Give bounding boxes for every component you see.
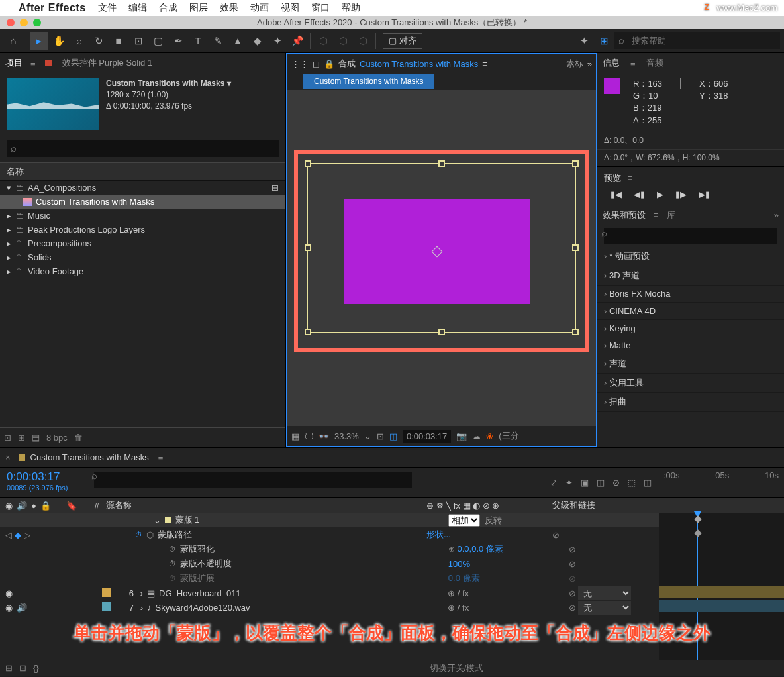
solo-column-icon[interactable]: ● [31, 501, 36, 511]
panel-expand-icon[interactable]: » [587, 59, 592, 69]
folder-music[interactable]: ▸🗀Music [0, 209, 285, 223]
eraser-tool[interactable]: ◆ [248, 32, 267, 50]
zoom-tool[interactable]: ⌕ [70, 32, 88, 50]
timeline-tracks[interactable] [659, 513, 784, 660]
bpc-label[interactable]: 8 bpc [46, 433, 68, 443]
effect-category[interactable]: Boris FX Mocha [597, 286, 784, 303]
first-frame-button[interactable]: ▮◀ [611, 189, 622, 199]
effects-presets-tab[interactable]: 效果和预设 [603, 209, 646, 221]
selection-tool[interactable]: ▸ [30, 32, 48, 50]
folder-precompositions[interactable]: ▸🗀Precompositions [0, 236, 285, 250]
color-mgmt-icon[interactable]: ❀ [486, 431, 493, 441]
mask-opacity-row[interactable]: ⏱蒙版不透明度 100% ⊘ [0, 556, 659, 571]
info-panel-menu-icon[interactable]: ≡ [630, 58, 636, 68]
clone-tool[interactable]: ▲ [228, 32, 247, 50]
mask-handle[interactable] [572, 244, 579, 251]
folder-solids[interactable]: ▸🗀Solids [0, 250, 285, 264]
stopwatch-icon[interactable]: ⏱ [169, 574, 176, 582]
menu-window[interactable]: 窗口 [311, 2, 330, 14]
mask-row[interactable]: ⌄蒙版 1 相加 反转 [0, 513, 659, 527]
effect-category[interactable]: CINEMA 4D [597, 303, 784, 320]
panel-grip-icon[interactable]: ⋮⋮ [291, 59, 309, 69]
comp-breadcrumb[interactable]: Custom Transitions with Masks [303, 74, 434, 89]
visibility-toggle[interactable]: ◉ [5, 603, 13, 613]
mask-handle[interactable] [438, 329, 445, 335]
mask-path-row[interactable]: ◁◆▷ ⏱⬡蒙版路径 形状... ⊘ [0, 527, 659, 542]
tl-tool-6[interactable]: ⬚ [628, 478, 636, 488]
menu-view[interactable]: 视图 [281, 2, 299, 14]
menu-effect[interactable]: 效果 [220, 2, 238, 14]
tl-tool-3[interactable]: ▣ [581, 478, 589, 488]
audio-toggle[interactable]: 🔊 [17, 603, 27, 613]
layer-bar[interactable] [659, 600, 784, 612]
tl-footer-icon-2[interactable]: ⊡ [19, 663, 26, 673]
menu-help[interactable]: 帮助 [342, 2, 360, 14]
composition-viewer[interactable] [287, 90, 596, 426]
timeline-tab[interactable]: Custom Transitions with Masks [30, 452, 149, 462]
effect-category[interactable]: 3D 声道 [597, 266, 784, 286]
parent-select[interactable]: 无 [578, 586, 631, 600]
tl-footer-icon-1[interactable]: ⊞ [5, 663, 13, 673]
mask-handle[interactable] [572, 160, 579, 167]
last-frame-button[interactable]: ▶▮ [699, 189, 710, 199]
folder-peak-productions[interactable]: ▸🗀Peak Productions Logo Layers [0, 223, 285, 236]
mask-handle[interactable] [305, 329, 311, 335]
effect-category[interactable]: 声道 [597, 354, 784, 374]
mask-handle[interactable] [305, 244, 311, 251]
keyframe[interactable] [694, 529, 701, 537]
stopwatch-icon[interactable]: ⏱ [169, 560, 176, 568]
tl-footer-icon-3[interactable]: {} [33, 663, 39, 673]
mask-mode-select[interactable]: 相加 [448, 514, 480, 527]
effect-controls-tab[interactable]: 效果控件 Purple Solid 1 [61, 54, 154, 72]
timeline-panel-menu-icon[interactable]: ≡ [158, 452, 164, 462]
toggle-switches-modes[interactable]: 切换开关/模式 [430, 662, 484, 674]
comp-tab-name[interactable]: Custom Transitions with Masks [360, 59, 478, 69]
snapping-toggle[interactable]: ▢对齐 [383, 33, 422, 49]
menu-animation[interactable]: 动画 [250, 2, 269, 14]
tl-tool-2[interactable]: ✦ [565, 478, 573, 488]
layer-label[interactable] [102, 588, 111, 597]
label-column-icon[interactable]: 🔖 [66, 501, 77, 511]
orbit-tool[interactable]: ↻ [89, 32, 108, 50]
stopwatch-icon[interactable]: ⏱ [135, 531, 142, 539]
comp-item-custom-transitions[interactable]: Custom Transitions with Masks [0, 195, 285, 209]
workspace-settings-icon[interactable]: ⊞ [595, 32, 613, 50]
mask-handle[interactable] [305, 160, 311, 167]
type-tool[interactable]: T [189, 32, 207, 50]
lock-icon[interactable]: 🔒 [324, 59, 334, 69]
audio-tab[interactable]: 音频 [646, 57, 663, 69]
toggle-guides-icon[interactable]: ◫ [389, 431, 397, 441]
interpret-footage-icon[interactable]: ⊡ [4, 433, 11, 443]
layer-row-7[interactable]: ◉🔊 7 ›♪Skyward4Adobe120.wav ⊕ / fx ⊘ 无 [0, 600, 659, 615]
eye-column-icon[interactable]: ◉ [5, 501, 13, 511]
layer-bar[interactable] [659, 586, 784, 598]
folder-video-footage[interactable]: ▸🗀Video Footage [0, 264, 285, 278]
time-ruler[interactable]: :00s05s10s [658, 468, 784, 497]
home-button[interactable]: ⌂ [4, 32, 23, 50]
menu-composition[interactable]: 合成 [159, 2, 177, 14]
library-tab[interactable]: 库 [667, 209, 675, 221]
tl-tool-1[interactable]: ⤢ [550, 478, 558, 488]
project-tab[interactable]: 项目 [4, 54, 24, 72]
workspace-icon[interactable]: ✦ [575, 32, 593, 50]
roto-tool[interactable]: ✦ [268, 32, 287, 50]
effects-search-input[interactable] [604, 228, 777, 244]
anchor-point-icon[interactable] [432, 246, 443, 258]
pan-behind-tool[interactable]: ⊡ [129, 32, 148, 50]
play-button[interactable]: ▶ [657, 189, 663, 199]
next-frame-button[interactable]: ▮▶ [675, 189, 687, 199]
parent-select[interactable]: 无 [578, 601, 631, 615]
puppet-tool[interactable]: 📌 [288, 32, 307, 50]
effect-category[interactable]: 实用工具 [597, 374, 784, 393]
mask-expansion-row[interactable]: ⏱蒙版扩展 0.0 像素 ⊘ [0, 571, 659, 586]
resolution-dropdown[interactable]: (三分 [499, 430, 518, 442]
pen-tool[interactable]: ✒ [169, 32, 187, 50]
effect-category[interactable]: Keying [597, 320, 784, 337]
effects-panel-menu-icon[interactable]: ≡ [654, 210, 659, 220]
purple-solid-layer[interactable] [344, 199, 530, 304]
source-name-column[interactable]: 源名称 [106, 499, 421, 511]
prev-frame-button[interactable]: ◀▮ [634, 189, 645, 199]
keyframe[interactable] [694, 515, 701, 523]
zoom-level[interactable]: 33.3% [334, 431, 359, 441]
brush-tool[interactable]: ✎ [209, 32, 227, 50]
